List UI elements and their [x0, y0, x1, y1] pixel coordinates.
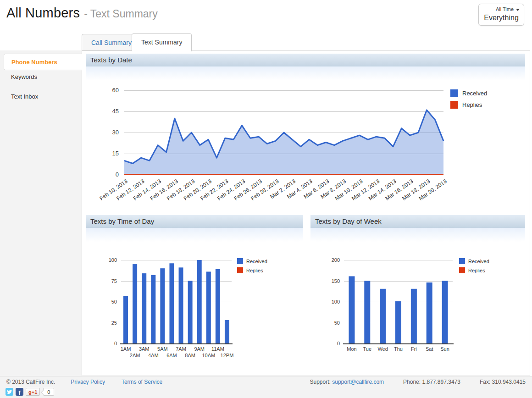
- facebook-icon: f: [18, 390, 20, 396]
- texts-by-week-chart: 050100150200MonTueWedThuFriSatSun: [310, 248, 525, 365]
- legend-item-received: Received: [237, 258, 267, 264]
- page: All Numbers - Text Summary All Time Ever…: [0, 0, 532, 398]
- texts-by-date-header-fade: [86, 66, 525, 80]
- terms-of-service-link[interactable]: Terms of Service: [122, 379, 162, 385]
- texts-by-week-title: Texts by Day of Week: [315, 217, 382, 225]
- x-axis-label: 4AM: [148, 353, 159, 358]
- phone-label: Phone:: [403, 379, 421, 385]
- privacy-policy-link[interactable]: Privacy Policy: [71, 379, 105, 385]
- received-label: Received: [468, 259, 489, 264]
- phone-number: 1.877.897.3473: [422, 379, 460, 385]
- texts-by-time-chart: 02550751001AM2AM3AM4AM5AM6AM7AM8AM9AM10A…: [86, 248, 303, 365]
- replies-swatch: [237, 267, 243, 273]
- x-axis-label: Fri: [411, 346, 417, 352]
- date-range-selector[interactable]: All Time Everything: [478, 4, 524, 26]
- received-bar: [133, 264, 137, 343]
- received-bar: [160, 268, 165, 343]
- google-plusone-button[interactable]: g+1: [26, 388, 40, 396]
- x-axis-label: 7AM: [176, 346, 186, 352]
- y-axis-label: 75: [111, 278, 117, 284]
- received-bar: [206, 271, 211, 343]
- x-axis-label: Tue: [363, 346, 372, 352]
- fax-number: 310.943.0415: [492, 379, 526, 385]
- received-bar: [123, 296, 128, 343]
- x-axis-label: 12PM: [221, 353, 234, 358]
- facebook-button[interactable]: f: [16, 388, 23, 396]
- twitter-icon: [6, 389, 12, 395]
- x-axis-label: 10AM: [202, 353, 215, 358]
- received-bar: [225, 320, 229, 343]
- replies-label: Replies: [246, 268, 263, 273]
- replies-label: Replies: [468, 268, 485, 273]
- texts-by-date-title: Texts by Date: [90, 56, 132, 64]
- y-axis-label: 0: [114, 341, 117, 346]
- x-axis-label: 5AM: [157, 346, 168, 352]
- received-label: Received: [246, 259, 267, 264]
- fax-label: Fax:: [480, 379, 490, 385]
- sidebar-item-keywords[interactable]: Keywords: [0, 69, 82, 85]
- main-panel: Texts by Date 015304560Feb 10, 2013Feb 1…: [82, 50, 530, 376]
- received-bar: [197, 260, 202, 343]
- received-bar: [169, 263, 174, 343]
- texts-by-week-header-fade: [310, 228, 525, 242]
- twitter-button[interactable]: [6, 388, 13, 396]
- texts-by-time-header: Texts by Time of Day: [86, 215, 303, 228]
- received-bar: [395, 301, 401, 343]
- replies-label: Replies: [462, 101, 482, 108]
- x-axis-label: 9AM: [194, 346, 205, 352]
- y-axis-label: 200: [332, 257, 340, 263]
- x-axis-label: Mon: [347, 346, 356, 352]
- y-axis-label: 50: [334, 320, 340, 326]
- support-email-link[interactable]: support@callfire.com: [332, 379, 384, 385]
- range-value: Everything: [483, 14, 520, 22]
- phone-info: Phone: 1.877.897.3473: [403, 379, 460, 385]
- copyright-text: © 2013 CallFire Inc.: [6, 379, 55, 385]
- received-bar: [364, 281, 370, 344]
- y-axis-label: 60: [112, 87, 119, 94]
- google-plusone-icon: g+1: [28, 389, 37, 395]
- y-axis-label: 150: [332, 278, 340, 284]
- tab-text-summary[interactable]: Text Summary: [132, 33, 192, 51]
- x-axis-label: 1AM: [121, 346, 131, 352]
- legend-item-received: Received: [450, 89, 487, 97]
- texts-by-time-header-fade: [86, 228, 303, 242]
- x-axis-label: 11AM: [211, 346, 224, 352]
- page-title: All Numbers: [6, 6, 80, 21]
- received-bar: [216, 269, 220, 343]
- social-buttons-row: f g+1 0: [6, 388, 54, 396]
- x-axis-label: 6AM: [166, 353, 177, 358]
- texts-by-date-legend: Received Replies: [450, 89, 487, 112]
- received-swatch: [237, 258, 243, 264]
- received-bar: [179, 267, 183, 343]
- legend-item-received: Received: [459, 258, 489, 264]
- y-axis-label: 0: [116, 171, 119, 178]
- x-axis-label: Thu: [394, 346, 403, 352]
- sidebar-item-phone-numbers[interactable]: Phone Numbers: [4, 54, 82, 70]
- sidebar: Phone Numbers Keywords Text Inbox: [0, 50, 82, 376]
- y-axis-label: 100: [109, 257, 117, 263]
- caret-down-icon: [516, 9, 520, 11]
- x-axis-label: Sun: [440, 346, 449, 352]
- plusone-count: 0: [47, 389, 50, 395]
- received-swatch: [459, 258, 465, 264]
- footer-contact-info: Support: support@callfire.com Phone: 1.8…: [310, 379, 526, 385]
- sidebar-item-text-inbox[interactable]: Text Inbox: [0, 89, 82, 105]
- range-selector-label-row: All Time: [483, 6, 520, 12]
- replies-swatch: [459, 267, 465, 273]
- page-footer: © 2013 CallFire Inc. Privacy Policy Term…: [0, 376, 532, 398]
- footer-links-row: © 2013 CallFire Inc. Privacy Policy Term…: [6, 379, 526, 385]
- received-bar: [442, 281, 448, 344]
- legend-item-replies: Replies: [237, 267, 267, 273]
- fax-info: Fax: 310.943.0415: [480, 379, 526, 385]
- range-label: All Time: [496, 6, 514, 12]
- x-axis-label: Sat: [426, 346, 433, 352]
- replies-swatch: [450, 101, 458, 109]
- received-bar: [349, 276, 355, 343]
- y-axis-label: 0: [337, 341, 340, 346]
- page-subtitle: - Text Summary: [84, 8, 158, 20]
- x-axis-label: Wed: [377, 346, 388, 352]
- legend-item-replies: Replies: [459, 267, 489, 273]
- texts-by-date-header: Texts by Date: [86, 54, 525, 66]
- received-label: Received: [462, 90, 487, 97]
- received-swatch: [450, 89, 458, 97]
